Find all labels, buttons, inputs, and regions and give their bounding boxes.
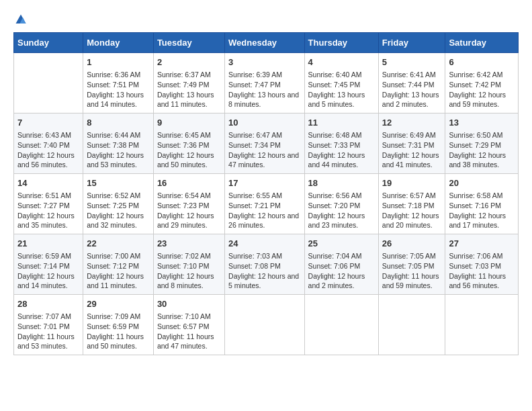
day-detail: Sunrise: 6:44 AMSunset: 7:38 PMDaylight:… [87, 130, 150, 170]
calendar-cell [225, 295, 304, 355]
day-number: 26 [382, 238, 442, 250]
day-number: 19 [382, 177, 442, 189]
weekday-header-sunday: Sunday [14, 33, 83, 53]
calendar-cell: 27Sunrise: 7:06 AMSunset: 7:03 PMDayligh… [445, 234, 519, 295]
weekday-header-row: SundayMondayTuesdayWednesdayThursdayFrid… [14, 33, 519, 53]
weekday-header-monday: Monday [83, 33, 154, 53]
day-detail: Sunrise: 6:59 AMSunset: 7:14 PMDaylight:… [17, 251, 79, 291]
page-header [13, 13, 519, 26]
day-number: 9 [157, 117, 221, 129]
weekday-header-saturday: Saturday [445, 33, 519, 53]
day-detail: Sunrise: 6:43 AMSunset: 7:40 PMDaylight:… [17, 130, 79, 170]
day-number: 24 [228, 238, 300, 250]
calendar-cell: 23Sunrise: 7:02 AMSunset: 7:10 PMDayligh… [153, 234, 224, 295]
day-number: 1 [87, 56, 150, 68]
day-number: 7 [17, 117, 79, 129]
day-detail: Sunrise: 7:05 AMSunset: 7:05 PMDaylight:… [382, 251, 442, 291]
weekday-header-friday: Friday [378, 33, 445, 53]
day-number: 3 [228, 56, 300, 68]
calendar-cell: 14Sunrise: 6:51 AMSunset: 7:27 PMDayligh… [14, 174, 83, 234]
day-detail: Sunrise: 6:56 AMSunset: 7:20 PMDaylight:… [308, 191, 375, 230]
calendar-cell: 17Sunrise: 6:55 AMSunset: 7:21 PMDayligh… [225, 174, 304, 234]
calendar-week-row: 1Sunrise: 6:36 AMSunset: 7:51 PMDaylight… [14, 53, 519, 113]
calendar-cell: 12Sunrise: 6:49 AMSunset: 7:31 PMDayligh… [378, 113, 445, 174]
calendar-cell [14, 53, 83, 113]
day-detail: Sunrise: 7:00 AMSunset: 7:12 PMDaylight:… [87, 251, 150, 291]
calendar-cell: 11Sunrise: 6:48 AMSunset: 7:33 PMDayligh… [304, 113, 378, 174]
logo [13, 13, 27, 26]
day-number: 29 [87, 298, 150, 310]
calendar-cell: 1Sunrise: 6:36 AMSunset: 7:51 PMDaylight… [83, 53, 154, 113]
calendar-week-row: 21Sunrise: 6:59 AMSunset: 7:14 PMDayligh… [14, 234, 519, 295]
day-number: 18 [308, 177, 375, 189]
day-number: 23 [157, 238, 221, 250]
calendar-cell: 26Sunrise: 7:05 AMSunset: 7:05 PMDayligh… [378, 234, 445, 295]
day-detail: Sunrise: 6:39 AMSunset: 7:47 PMDaylight:… [228, 70, 300, 109]
calendar-cell: 9Sunrise: 6:45 AMSunset: 7:36 PMDaylight… [153, 113, 224, 174]
day-detail: Sunrise: 7:10 AMSunset: 6:57 PMDaylight:… [157, 312, 221, 351]
day-number: 8 [87, 117, 150, 129]
weekday-header-thursday: Thursday [304, 33, 378, 53]
day-detail: Sunrise: 6:41 AMSunset: 7:44 PMDaylight:… [382, 70, 442, 109]
day-detail: Sunrise: 6:52 AMSunset: 7:25 PMDaylight:… [87, 191, 150, 230]
day-number: 11 [308, 117, 375, 129]
day-number: 30 [157, 298, 221, 310]
day-detail: Sunrise: 6:45 AMSunset: 7:36 PMDaylight:… [157, 130, 221, 170]
day-number: 15 [87, 177, 150, 189]
calendar-cell: 2Sunrise: 6:37 AMSunset: 7:49 PMDaylight… [153, 53, 224, 113]
day-detail: Sunrise: 7:02 AMSunset: 7:10 PMDaylight:… [157, 251, 221, 291]
calendar-cell: 28Sunrise: 7:07 AMSunset: 7:01 PMDayligh… [14, 295, 83, 355]
day-number: 13 [449, 117, 515, 129]
day-detail: Sunrise: 6:58 AMSunset: 7:16 PMDaylight:… [449, 191, 515, 230]
day-detail: Sunrise: 6:36 AMSunset: 7:51 PMDaylight:… [87, 70, 150, 109]
day-number: 5 [382, 56, 442, 68]
day-number: 27 [449, 238, 515, 250]
day-detail: Sunrise: 6:55 AMSunset: 7:21 PMDaylight:… [228, 191, 300, 230]
day-detail: Sunrise: 7:07 AMSunset: 7:01 PMDaylight:… [17, 312, 79, 351]
calendar-week-row: 28Sunrise: 7:07 AMSunset: 7:01 PMDayligh… [14, 295, 519, 355]
day-detail: Sunrise: 6:48 AMSunset: 7:33 PMDaylight:… [308, 130, 375, 170]
calendar-cell: 19Sunrise: 6:57 AMSunset: 7:18 PMDayligh… [378, 174, 445, 234]
day-number: 12 [382, 117, 442, 129]
day-number: 10 [228, 117, 300, 129]
day-detail: Sunrise: 7:06 AMSunset: 7:03 PMDaylight:… [449, 251, 515, 291]
day-detail: Sunrise: 6:40 AMSunset: 7:45 PMDaylight:… [308, 70, 375, 109]
calendar-cell: 20Sunrise: 6:58 AMSunset: 7:16 PMDayligh… [445, 174, 519, 234]
day-detail: Sunrise: 6:37 AMSunset: 7:49 PMDaylight:… [157, 70, 221, 109]
day-number: 17 [228, 177, 300, 189]
calendar-cell: 4Sunrise: 6:40 AMSunset: 7:45 PMDaylight… [304, 53, 378, 113]
weekday-header-tuesday: Tuesday [153, 33, 224, 53]
calendar-week-row: 14Sunrise: 6:51 AMSunset: 7:27 PMDayligh… [14, 174, 519, 234]
day-detail: Sunrise: 6:51 AMSunset: 7:27 PMDaylight:… [17, 191, 79, 230]
calendar-table: SundayMondayTuesdayWednesdayThursdayFrid… [13, 32, 519, 355]
calendar-cell: 30Sunrise: 7:10 AMSunset: 6:57 PMDayligh… [153, 295, 224, 355]
calendar-cell [445, 295, 519, 355]
day-number: 21 [17, 238, 79, 250]
day-detail: Sunrise: 6:47 AMSunset: 7:34 PMDaylight:… [228, 130, 300, 170]
day-number: 2 [157, 56, 221, 68]
calendar-cell: 22Sunrise: 7:00 AMSunset: 7:12 PMDayligh… [83, 234, 154, 295]
calendar-cell: 16Sunrise: 6:54 AMSunset: 7:23 PMDayligh… [153, 174, 224, 234]
calendar-week-row: 7Sunrise: 6:43 AMSunset: 7:40 PMDaylight… [14, 113, 519, 174]
weekday-header-wednesday: Wednesday [225, 33, 304, 53]
calendar-cell: 10Sunrise: 6:47 AMSunset: 7:34 PMDayligh… [225, 113, 304, 174]
day-detail: Sunrise: 7:04 AMSunset: 7:06 PMDaylight:… [308, 251, 375, 291]
calendar-cell [378, 295, 445, 355]
calendar-cell [304, 295, 378, 355]
calendar-cell: 21Sunrise: 6:59 AMSunset: 7:14 PMDayligh… [14, 234, 83, 295]
day-detail: Sunrise: 6:54 AMSunset: 7:23 PMDaylight:… [157, 191, 221, 230]
day-number: 22 [87, 238, 150, 250]
calendar-cell: 25Sunrise: 7:04 AMSunset: 7:06 PMDayligh… [304, 234, 378, 295]
day-number: 25 [308, 238, 375, 250]
day-detail: Sunrise: 6:42 AMSunset: 7:42 PMDaylight:… [449, 70, 515, 109]
day-number: 20 [449, 177, 515, 189]
calendar-cell: 15Sunrise: 6:52 AMSunset: 7:25 PMDayligh… [83, 174, 154, 234]
calendar-cell: 7Sunrise: 6:43 AMSunset: 7:40 PMDaylight… [14, 113, 83, 174]
day-detail: Sunrise: 7:03 AMSunset: 7:08 PMDaylight:… [228, 251, 300, 291]
calendar-cell: 6Sunrise: 6:42 AMSunset: 7:42 PMDaylight… [445, 53, 519, 113]
day-detail: Sunrise: 6:50 AMSunset: 7:29 PMDaylight:… [449, 130, 515, 170]
calendar-cell: 24Sunrise: 7:03 AMSunset: 7:08 PMDayligh… [225, 234, 304, 295]
logo-icon [15, 13, 27, 26]
day-number: 16 [157, 177, 221, 189]
day-number: 14 [17, 177, 79, 189]
